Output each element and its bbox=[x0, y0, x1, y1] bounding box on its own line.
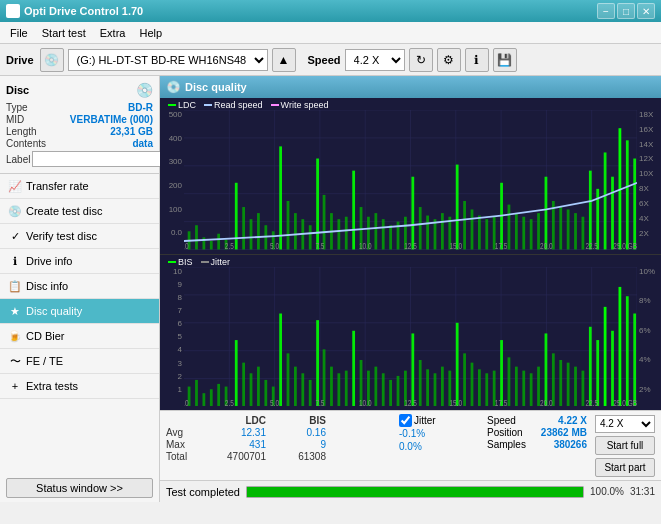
svg-rect-143 bbox=[478, 369, 481, 406]
label-input[interactable] bbox=[32, 151, 165, 167]
transfer-rate-icon: 📈 bbox=[8, 179, 22, 193]
disc-title: Disc bbox=[6, 84, 29, 96]
svg-rect-144 bbox=[485, 373, 488, 406]
svg-rect-52 bbox=[456, 165, 459, 250]
svg-rect-76 bbox=[633, 159, 636, 250]
svg-text:17.5: 17.5 bbox=[495, 398, 508, 406]
disc-mid-label: MID bbox=[6, 114, 24, 125]
disc-type-label: Type bbox=[6, 102, 28, 113]
svg-text:5.0: 5.0 bbox=[270, 398, 279, 406]
info-button[interactable]: ℹ bbox=[465, 48, 489, 72]
svg-rect-37 bbox=[345, 217, 348, 250]
svg-rect-135 bbox=[419, 360, 422, 407]
close-button[interactable]: ✕ bbox=[637, 3, 655, 19]
svg-text:2.5: 2.5 bbox=[225, 242, 234, 250]
svg-rect-54 bbox=[471, 209, 474, 249]
sidebar-item-disc-quality[interactable]: ★ Disc quality bbox=[0, 299, 159, 324]
svg-rect-156 bbox=[574, 366, 577, 406]
disc-length-label: Length bbox=[6, 126, 37, 137]
sidebar-item-extra-tests[interactable]: + Extra tests bbox=[0, 374, 159, 399]
sidebar-item-transfer-rate[interactable]: 📈 Transfer rate bbox=[0, 174, 159, 199]
svg-text:7.5: 7.5 bbox=[315, 242, 324, 250]
y-labels-top-right: 18X 16X 14X 12X 10X 8X 6X 4X 2X bbox=[637, 110, 661, 238]
sidebar-item-create-test-disc[interactable]: 💿 Create test disc bbox=[0, 199, 159, 224]
start-part-button[interactable]: Start part bbox=[595, 458, 655, 477]
sidebar: Disc 💿 Type BD-R MID VERBATIMe (000) Len… bbox=[0, 76, 160, 502]
svg-rect-55 bbox=[478, 216, 481, 250]
stats-avg-label: Avg bbox=[166, 427, 206, 438]
jitter-checkbox-row: Jitter bbox=[399, 414, 479, 427]
bottom-chart: BIS Jitter bbox=[160, 255, 661, 411]
save-button[interactable]: 💾 bbox=[493, 48, 517, 72]
start-full-button[interactable]: Start full bbox=[595, 436, 655, 455]
drive-select[interactable]: (G:) HL-DT-ST BD-RE WH16NS48 1.D3 bbox=[68, 49, 268, 71]
sidebar-item-verify-test-disc[interactable]: ✓ Verify test disc bbox=[0, 224, 159, 249]
svg-rect-160 bbox=[604, 306, 607, 406]
svg-rect-110 bbox=[235, 340, 238, 406]
svg-rect-22 bbox=[235, 183, 238, 250]
svg-rect-116 bbox=[279, 313, 282, 406]
svg-rect-155 bbox=[567, 362, 570, 406]
svg-rect-32 bbox=[309, 225, 312, 249]
status-window-button[interactable]: Status window >> bbox=[6, 478, 153, 498]
menu-start-test[interactable]: Start test bbox=[36, 25, 92, 41]
menu-help[interactable]: Help bbox=[133, 25, 168, 41]
sidebar-label-disc-quality: Disc quality bbox=[26, 305, 82, 317]
samples-label: Samples bbox=[487, 439, 526, 450]
create-disc-icon: 💿 bbox=[8, 204, 22, 218]
sidebar-item-drive-info[interactable]: ℹ Drive info bbox=[0, 249, 159, 274]
y-labels-bottom-right: 10% 8% 6% 4% 2% bbox=[637, 267, 661, 395]
disc-icon: 💿 bbox=[136, 82, 153, 98]
menu-extra[interactable]: Extra bbox=[94, 25, 132, 41]
svg-text:17.5: 17.5 bbox=[495, 242, 508, 250]
disc-contents-value: data bbox=[132, 138, 153, 149]
sidebar-label-create-disc: Create test disc bbox=[26, 205, 102, 217]
svg-rect-152 bbox=[545, 333, 548, 406]
maximize-button[interactable]: □ bbox=[617, 3, 635, 19]
menu-file[interactable]: File bbox=[4, 25, 34, 41]
svg-text:20.0: 20.0 bbox=[540, 398, 553, 406]
svg-rect-119 bbox=[301, 373, 304, 406]
stats-max-bis: 9 bbox=[266, 439, 326, 450]
progress-area: Test completed 100.0% 31:31 bbox=[160, 480, 661, 502]
ldc-color-dot bbox=[168, 104, 176, 106]
svg-rect-157 bbox=[582, 370, 585, 406]
sidebar-item-cd-bier[interactable]: 🍺 CD Bier bbox=[0, 324, 159, 349]
disc-info-icon: 📋 bbox=[8, 279, 22, 293]
stats-total-row: Total 4700701 61308 bbox=[166, 451, 391, 462]
svg-rect-64 bbox=[545, 177, 548, 250]
svg-text:0.0: 0.0 bbox=[184, 398, 189, 406]
settings-button[interactable]: ⚙ bbox=[437, 48, 461, 72]
sidebar-label-transfer-rate: Transfer rate bbox=[26, 180, 89, 192]
sidebar-label-disc-info: Disc info bbox=[26, 280, 68, 292]
svg-text:12.5: 12.5 bbox=[404, 398, 417, 406]
disc-type-row: Type BD-R bbox=[6, 102, 153, 113]
top-chart: LDC Read speed Write speed bbox=[160, 98, 661, 255]
sidebar-item-disc-info[interactable]: 📋 Disc info bbox=[0, 274, 159, 299]
minimize-button[interactable]: − bbox=[597, 3, 615, 19]
eject-button[interactable]: ▲ bbox=[272, 48, 296, 72]
drive-icon: 💿 bbox=[40, 48, 64, 72]
svg-text:25.0 GB: 25.0 GB bbox=[613, 398, 637, 406]
disc-mid-value: VERBATIMe (000) bbox=[70, 114, 153, 125]
sidebar-item-fe-te[interactable]: 〜 FE / TE bbox=[0, 349, 159, 374]
jitter-checkbox[interactable] bbox=[399, 414, 412, 427]
speed-select-toolbar[interactable]: 4.2 X bbox=[345, 49, 405, 71]
stats-ldc-header: LDC bbox=[206, 415, 266, 426]
svg-rect-67 bbox=[567, 209, 570, 249]
stats-total-label: Total bbox=[166, 451, 206, 462]
sidebar-label-verify-disc: Verify test disc bbox=[26, 230, 97, 242]
disc-length-value: 23,31 GB bbox=[110, 126, 153, 137]
read-color-dot bbox=[204, 104, 212, 106]
svg-rect-19 bbox=[210, 241, 213, 249]
svg-rect-112 bbox=[250, 373, 253, 406]
svg-rect-123 bbox=[330, 366, 333, 406]
main-layout: Disc 💿 Type BD-R MID VERBATIMe (000) Len… bbox=[0, 76, 661, 502]
svg-text:15.0: 15.0 bbox=[450, 398, 463, 406]
svg-rect-150 bbox=[530, 373, 533, 406]
progress-time: 31:31 bbox=[630, 486, 655, 497]
svg-text:20.0: 20.0 bbox=[540, 242, 553, 250]
refresh-button[interactable]: ↻ bbox=[409, 48, 433, 72]
drive-info-icon: ℹ bbox=[8, 254, 22, 268]
speed-select-action[interactable]: 4.2 X bbox=[595, 415, 655, 433]
